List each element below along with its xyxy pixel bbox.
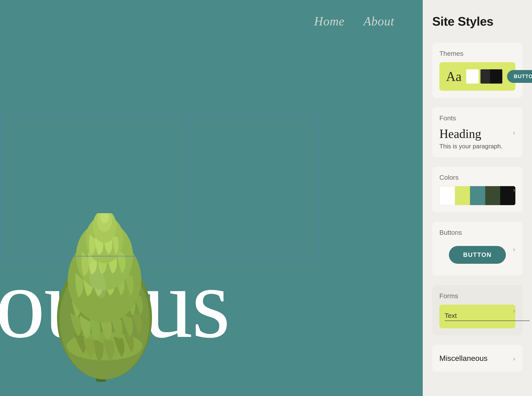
swatch-dark-group <box>480 69 502 84</box>
swatch-dark1 <box>480 69 490 84</box>
buttons-preview: BUTTON <box>439 241 515 268</box>
color-swatch-dark-green <box>485 186 500 205</box>
forms-section: Forms Option › <box>432 285 522 335</box>
theme-button: BUTTON <box>507 70 532 83</box>
colors-card[interactable]: Colors › <box>432 167 522 212</box>
theme-swatches <box>466 69 502 84</box>
buttons-card[interactable]: Buttons BUTTON › <box>432 222 522 276</box>
colors-label: Colors <box>439 174 515 181</box>
themes-section: Themes Aa BUTTON <box>432 43 522 98</box>
buttons-label: Buttons <box>439 229 515 236</box>
colors-chevron-icon: › <box>513 185 515 194</box>
colors-swatches <box>439 186 515 205</box>
themes-card[interactable]: Themes Aa BUTTON <box>432 43 522 98</box>
themes-preview: Aa BUTTON <box>439 62 515 91</box>
preview-panel: Home About out us <box>0 0 423 396</box>
colors-section: Colors › <box>432 167 522 212</box>
color-swatch-white <box>439 186 455 205</box>
forms-label: Forms <box>439 292 515 300</box>
nav-bar: Home About <box>286 0 423 42</box>
fonts-card[interactable]: Fonts Heading This is your paragraph. › <box>432 107 522 157</box>
fonts-paragraph: This is your paragraph. <box>439 143 515 150</box>
color-swatch-teal <box>470 186 485 205</box>
fonts-label: Fonts <box>439 114 515 122</box>
misc-chevron-icon: › <box>513 354 515 363</box>
nav-home[interactable]: Home <box>314 14 345 28</box>
buttons-sample-button[interactable]: BUTTON <box>449 246 506 264</box>
themes-label: Themes <box>439 50 515 58</box>
misc-label: Miscellaneous <box>439 354 488 363</box>
buttons-chevron-icon: › <box>513 244 515 253</box>
selection-box-inner <box>188 116 318 256</box>
fonts-heading: Heading <box>439 127 515 141</box>
forms-chevron-icon: › <box>513 306 515 315</box>
swatch-white <box>466 69 479 84</box>
color-swatch-yellow <box>455 186 470 205</box>
panel-title: Site Styles <box>432 14 522 29</box>
swatch-dark2 <box>490 69 502 84</box>
styles-panel: Site Styles Themes Aa BUTTON Fonts Headi… <box>423 0 532 396</box>
buttons-section: Buttons BUTTON › <box>432 222 522 276</box>
fonts-section: Fonts Heading This is your paragraph. › <box>432 107 522 157</box>
forms-text-input[interactable] <box>444 312 530 321</box>
misc-section: Miscellaneous › <box>432 345 522 372</box>
forms-preview: Option <box>439 305 515 328</box>
forms-card[interactable]: Forms Option › <box>432 285 522 335</box>
misc-card[interactable]: Miscellaneous › <box>432 345 522 372</box>
nav-about[interactable]: About <box>364 14 394 28</box>
theme-aa-text: Aa <box>446 69 462 84</box>
fonts-chevron-icon: › <box>513 128 515 137</box>
